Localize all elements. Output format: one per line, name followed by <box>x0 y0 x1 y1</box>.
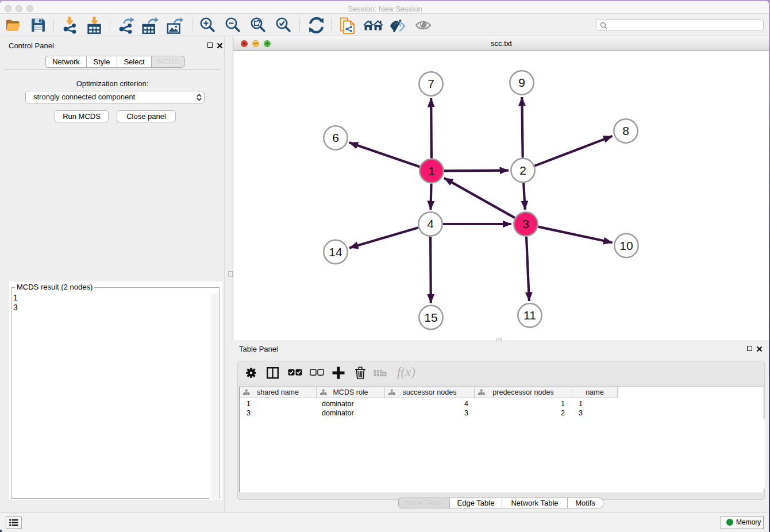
svg-text:1: 1 <box>428 164 435 178</box>
svg-text:3: 3 <box>522 217 529 230</box>
svg-text:4: 4 <box>427 217 434 230</box>
svg-text:10: 10 <box>619 239 633 252</box>
svg-text:7: 7 <box>428 77 434 90</box>
svg-text:15: 15 <box>424 311 437 324</box>
svg-text:14: 14 <box>329 245 342 259</box>
svg-text:2: 2 <box>519 164 526 177</box>
svg-text:11: 11 <box>523 309 536 322</box>
svg-text:8: 8 <box>622 124 629 137</box>
svg-text:9: 9 <box>518 76 525 89</box>
svg-text:6: 6 <box>332 131 339 144</box>
